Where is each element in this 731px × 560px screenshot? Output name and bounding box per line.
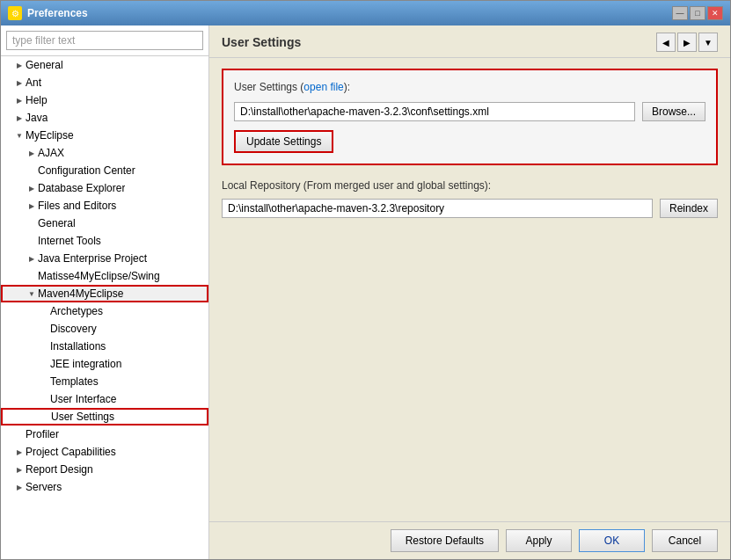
sidebar-item-label: Matisse4MyEclipse/Swing <box>38 270 160 282</box>
arrow-icon: ▶ <box>13 76 26 89</box>
local-repo-path-row: Reindex <box>222 199 718 218</box>
sidebar-item-java[interactable]: ▶ Java <box>1 109 208 127</box>
sidebar-item-label: Help <box>26 94 48 106</box>
sidebar-item-ant[interactable]: ▶ Ant <box>1 74 208 91</box>
search-input[interactable] <box>6 31 203 50</box>
sidebar-item-database-explorer[interactable]: ▶ Database Explorer <box>1 179 208 197</box>
sidebar-item-label: AJAX <box>38 147 64 159</box>
arrow-icon: ▶ <box>13 94 26 106</box>
sidebar-item-label: Internet Tools <box>38 235 101 247</box>
main-content: User Settings (open file): Browse... Upd… <box>209 58 730 521</box>
tree-area: ▶ General ▶ Ant ▶ Help ▶ Java ▼ <box>1 56 208 559</box>
arrow-icon: ▶ <box>13 112 26 124</box>
sidebar-item-files-editors[interactable]: ▶ Files and Editors <box>1 197 208 215</box>
sidebar-item-internet-tools[interactable]: ▶ Internet Tools <box>1 232 208 250</box>
sidebar-item-java-enterprise[interactable]: ▶ Java Enterprise Project <box>1 250 208 267</box>
update-btn-row: Update Settings <box>234 130 705 153</box>
arrow-icon: ▼ <box>13 129 26 142</box>
sidebar-item-report-design[interactable]: ▶ Report Design <box>1 461 208 478</box>
minimize-button[interactable]: — <box>672 6 688 20</box>
sidebar-item-servers[interactable]: ▶ Servers <box>1 478 208 496</box>
dropdown-button[interactable]: ▼ <box>698 33 718 52</box>
sidebar-item-label: Archetypes <box>50 305 103 317</box>
arrow-icon: ▶ <box>13 481 26 493</box>
sidebar-item-archetypes[interactable]: ▶ Archetypes <box>1 302 208 320</box>
title-bar-left: ⚙ Preferences <box>8 6 88 20</box>
open-file-link[interactable]: open file <box>303 81 343 93</box>
window-title: Preferences <box>27 7 88 19</box>
sidebar-item-matisse[interactable]: ▶ Matisse4MyEclipse/Swing <box>1 267 208 285</box>
sidebar-item-label: Ant <box>26 76 41 89</box>
local-repo-path-input[interactable] <box>222 199 653 218</box>
sidebar-item-label: MyEclipse <box>26 129 74 142</box>
sidebar-item-label: Report Design <box>26 463 93 476</box>
user-settings-box: User Settings (open file): Browse... Upd… <box>222 69 718 165</box>
update-settings-button[interactable]: Update Settings <box>234 130 333 153</box>
sidebar-item-myeclipse[interactable]: ▼ MyEclipse <box>1 127 208 144</box>
forward-icon: ▶ <box>683 38 691 47</box>
user-settings-path-input[interactable] <box>234 102 635 121</box>
close-button[interactable]: ✕ <box>707 6 723 20</box>
back-button[interactable]: ◀ <box>656 33 676 52</box>
user-settings-label: User Settings (open file): <box>234 81 350 93</box>
sidebar-item-config-center[interactable]: ▶ Configuration Center <box>1 162 208 179</box>
arrow-icon: ▶ <box>26 252 38 265</box>
main-header: User Settings ◀ ▶ ▼ <box>209 25 730 58</box>
title-bar: ⚙ Preferences — □ ✕ <box>1 1 730 25</box>
sidebar-item-label: User Interface <box>50 393 116 405</box>
sidebar-item-general[interactable]: ▶ General <box>1 56 208 74</box>
sidebar-item-installations[interactable]: ▶ Installations <box>1 338 208 355</box>
arrow-icon: ▶ <box>26 182 38 194</box>
arrow-icon: ▶ <box>13 463 26 476</box>
main-panel: User Settings ◀ ▶ ▼ <box>209 25 730 559</box>
sidebar-item-label: Templates <box>50 375 99 388</box>
settings-path-row: Browse... <box>234 102 705 121</box>
cancel-button[interactable]: Cancel <box>652 529 718 552</box>
browse-button[interactable]: Browse... <box>642 102 705 121</box>
sidebar-item-help[interactable]: ▶ Help <box>1 91 208 109</box>
reindex-button[interactable]: Reindex <box>660 199 718 218</box>
sidebar-item-label: Servers <box>26 481 62 493</box>
content-area: ▶ General ▶ Ant ▶ Help ▶ Java ▼ <box>1 25 730 559</box>
bottom-bar: Restore Defaults Apply OK Cancel <box>209 521 730 559</box>
forward-button[interactable]: ▶ <box>677 33 697 52</box>
sidebar-item-label: Files and Editors <box>38 200 116 212</box>
arrow-icon: ▶ <box>13 59 26 71</box>
sidebar-item-jee-integration[interactable]: ▶ JEE integration <box>1 355 208 373</box>
page-title: User Settings <box>222 35 301 49</box>
sidebar-item-discovery[interactable]: ▶ Discovery <box>1 320 208 338</box>
dropdown-icon: ▼ <box>704 38 713 47</box>
title-buttons: — □ ✕ <box>672 6 723 20</box>
settings-label-row: User Settings (open file): <box>234 81 705 93</box>
sidebar-item-label: Maven4MyEclipse <box>38 287 123 300</box>
sidebar-item-templates[interactable]: ▶ Templates <box>1 373 208 390</box>
sidebar-item-label: Profiler <box>26 428 59 440</box>
sidebar-item-project-capabilities[interactable]: ▶ Project Capabilities <box>1 443 208 461</box>
window-icon: ⚙ <box>8 6 22 20</box>
sidebar-item-user-interface[interactable]: ▶ User Interface <box>1 390 208 408</box>
sidebar-item-label: Database Explorer <box>38 182 125 194</box>
maximize-button[interactable]: □ <box>690 6 705 20</box>
sidebar-item-label: General <box>38 217 76 229</box>
sidebar: ▶ General ▶ Ant ▶ Help ▶ Java ▼ <box>1 25 209 559</box>
search-box <box>1 25 208 56</box>
sidebar-item-label: Java Enterprise Project <box>38 252 147 265</box>
arrow-icon: ▼ <box>26 287 38 300</box>
main-toolbar: ◀ ▶ ▼ <box>656 33 718 52</box>
sidebar-item-label: Project Capabilities <box>26 446 116 458</box>
restore-defaults-button[interactable]: Restore Defaults <box>391 529 499 552</box>
back-icon: ◀ <box>662 38 669 47</box>
sidebar-item-maven4myeclipse[interactable]: ▼ Maven4MyEclipse <box>1 285 208 302</box>
arrow-icon: ▶ <box>26 147 38 159</box>
sidebar-item-label: Configuration Center <box>38 164 135 177</box>
sidebar-item-user-settings[interactable]: ▶ User Settings <box>1 408 208 425</box>
preferences-window: ⚙ Preferences — □ ✕ ▶ General ▶ An <box>0 0 731 560</box>
local-repo-section: Local Repository (From merged user and g… <box>222 179 718 227</box>
apply-button[interactable]: Apply <box>506 529 572 552</box>
sidebar-item-ajax[interactable]: ▶ AJAX <box>1 144 208 162</box>
sidebar-item-general2[interactable]: ▶ General <box>1 215 208 232</box>
ok-button[interactable]: OK <box>579 529 645 552</box>
arrow-icon: ▶ <box>26 200 38 212</box>
sidebar-item-profiler[interactable]: ▶ Profiler <box>1 425 208 443</box>
sidebar-item-label: JEE integration <box>50 358 121 370</box>
